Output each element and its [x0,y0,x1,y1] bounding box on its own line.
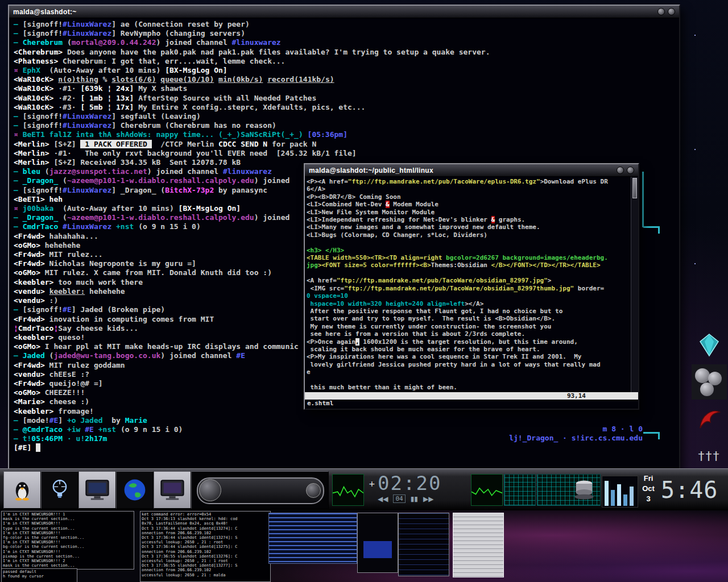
text-segment: ― [14,38,23,47]
text-segment: Say cheese kids... [58,324,138,332]
text-segment: [signoff! [23,29,63,38]
thumbnail-text-line: mask is the current section... [3,517,133,521]
network-graph-widget[interactable] [504,474,536,506]
dock-monitor-app[interactable] [154,471,191,509]
dock-lightbulb-app[interactable] [41,471,78,509]
terminal-line: <P><A href="ftp://ftp.mandrake.net/pub/T… [307,178,629,185]
terminal-line: <P>Once again, 1600x1200 is the target r… [307,338,629,346]
window-menu-button[interactable] [617,167,624,174]
text-segment: Does anyone have the pak0.pak nad pak1.p… [63,48,490,56]
text-segment: [BX-MsgLog On] [165,66,228,74]
text-segment: #LinuxWarez [63,121,111,130]
text-segment: ) joined channel [147,167,223,176]
pager-terminal-window[interactable]: passed defaulth found my cursor [1,568,77,582]
thumbnail-text-line: 0x70, LastFailSense 0x24, ascq 0x40! [142,521,269,526]
pager-window-thumbnail[interactable] [268,513,357,564]
text-segment: ¤ [14,66,23,74]
pager-window-thumbnail[interactable] [453,513,504,577]
vim-editor-content[interactable]: <P><A href="ftp://ftp.mandrake.net/pub/T… [305,177,631,392]
thumbnail-text-line: ket command error: error=0x54 [142,512,269,517]
meter-bar [611,490,615,506]
taskbar: + 02:20 ◀◀ 04 ▮▮ ▶▶ [0,468,728,511]
window-close-button[interactable] [668,8,675,15]
forward-button[interactable]: ▶▶ [423,495,433,503]
thumbnail-text-line: uccessful lookup: 2650 , 21 : malda [142,573,269,577]
window-menu-button[interactable] [657,8,665,15]
text-segment: jaded@wu-tang.bogo.co.uk [53,351,160,360]
clock-widget: 5:46 [661,477,725,503]
dock-earth-app[interactable] [116,471,154,509]
text-segment: @CmdrTaco [23,425,67,434]
thumbnail-text-line: Oct 3 17:36:55 slashdot identd[13276]: C [142,554,269,559]
pause-button[interactable]: ▮▮ [411,495,418,503]
text-segment: · u! [63,434,85,443]
earth-icon [122,477,148,503]
slider-knob[interactable] [306,483,321,498]
terminal-line: ¤ EphX (Auto-Away after 10 mins) [BX-Msg… [14,66,675,75]
text-segment: MIT rulez... [45,250,103,259]
text-segment: #LinuxWarez [63,186,111,194]
day-number: 3 [636,494,661,504]
scrollbar-thumb[interactable] [642,172,644,227]
thumbnail-text-line: pixmap is the current section... [3,554,133,559]
text-segment: [S+Z] [49,140,81,148]
text-segment: by [107,416,125,425]
pager-window-thumbnail[interactable] [398,513,449,576]
text-segment: [signoff! [23,305,63,314]
text-segment: <P>My inspirations here was a cool seque… [307,353,581,360]
terminal-line: <P>My inspirations here was a cool seque… [307,353,629,360]
pager-window-thumbnail[interactable] [357,513,398,573]
text-segment: 6</A> [307,185,325,193]
vim-window-titlebar[interactable]: malda@slashdot:~/public_html/linux [305,164,638,177]
text-segment: n(o)thing [58,75,98,84]
dock-red-app[interactable] [692,401,727,436]
text-segment: CmdrTaco [18,324,54,332]
text-segment: ― [14,351,23,360]
text-segment: ] segfault (Leaving) [111,112,201,120]
resize-marker-icon [643,432,660,439]
text-segment: <WaR10cK> [14,94,53,102]
text-segment: <vendu> [14,370,45,379]
text-segment: ( [58,213,67,222]
dock-tux-app[interactable] [3,471,41,509]
pager-terminal-window[interactable]: I'm in CTXT NEWCURSOR!!! 1mask is the cu… [1,511,134,569]
text-segment: ― [14,305,23,314]
window-close-button[interactable] [627,167,634,174]
text-segment: My new theme is currently under construc… [307,323,551,330]
rewind-button[interactable]: ◀◀ [378,495,388,503]
text-segment: ― [14,222,23,231]
irc-window-titlebar[interactable]: malda@slashdot:~ [9,6,679,18]
scrollbar-thumb[interactable] [632,178,637,198]
text-segment: hahahaha... [45,232,98,240]
terminal-line: <WaR10cK> ·#1· [639k ¦ 24x] My X shawts [14,84,675,93]
terminal-line: scaling it back should be much easier fo… [307,346,629,353]
text-segment: 1600x1200 is the target resolution, but … [359,338,578,346]
disk-monitor-widget[interactable] [537,474,601,506]
text-segment: record(141kb/s) [267,75,334,84]
thumbnail-text-line: I'm in CTXT NEWCURSOR!!! [3,540,133,544]
text-segment [36,443,40,452]
load-meter-widget[interactable] [602,476,638,508]
thumbnail-content [363,541,392,558]
vim-scrollbar[interactable] [631,177,638,392]
text-segment: ] ae (Connection reset by peer) [111,20,250,28]
oscilloscope-widget[interactable] [332,474,364,506]
dock-gem-app[interactable] [692,327,727,363]
dock-monitor-app[interactable] [78,471,116,509]
text-segment: Modem Module [390,201,439,208]
slider-knob[interactable] [199,479,221,501]
text-segment: <keebler> [14,333,53,342]
text-segment [307,376,311,384]
text-segment: _Dragon_ [23,213,59,222]
dock-buttons-app[interactable] [692,364,727,400]
oscilloscope-widget[interactable] [471,474,503,506]
terminal-line: ― Cherebrum (mortal@209.0.44.242) joined… [14,38,675,47]
terminal-line: ― [signoff!#LinuxWarez] RevNympho (chang… [14,29,675,38]
text-segment: <WaR10cK> [14,103,53,111]
cd-slider-widget[interactable] [191,471,329,509]
text-segment: [signoff! [23,121,63,130]
text-segment: After the positive response that Flaunt … [307,307,562,315]
pager-syslog-window[interactable]: ket command error: error=0x54Oct 3 17:36… [140,511,271,582]
text-segment: CDCC SEND N [218,140,267,148]
text-segment: ― [14,167,23,176]
